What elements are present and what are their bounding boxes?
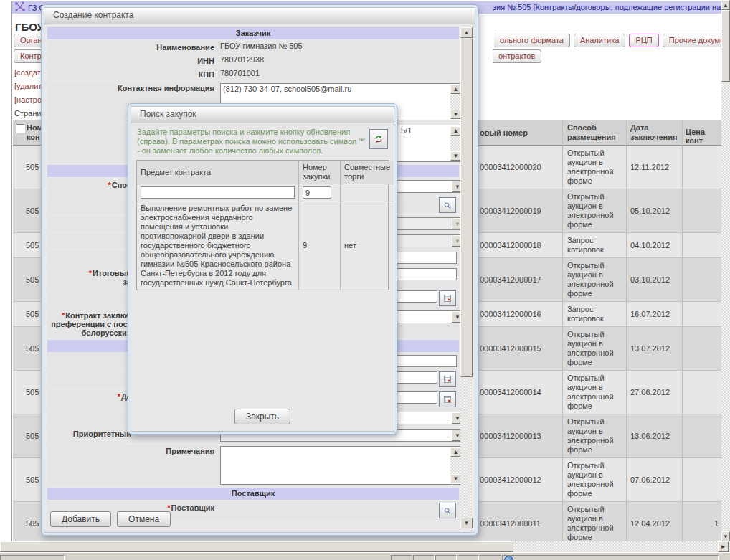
horizontal-scrollbar[interactable]: ► [0,541,730,552]
calendar-button[interactable] [439,290,456,306]
link-create[interactable]: [создат [14,68,41,77]
cell-date: 13.06.2012 [630,432,670,440]
tab-3[interactable]: Прочие документы [663,34,722,47]
search-results-table: Предмет контракта Номер закупки Совместн… [136,160,389,290]
search-col-number: Номер закупки [299,161,341,184]
cell-contract-number: 505 [26,241,39,250]
form-row: Примечания▲▼ [47,445,459,486]
cell-date: 07.06.2012 [630,475,670,484]
textarea-scroll-down[interactable]: ▼ [450,151,461,161]
status-box [435,555,457,560]
scroll-up-arrow[interactable]: ▲ [721,0,730,10]
cell-registry-number: 00003412000013 [480,432,541,440]
result-joint: нет [341,201,394,290]
search-button[interactable] [439,197,456,213]
cell-registry-number: 00003412000016 [480,310,541,318]
cell-registry-number: 00003412000020 [480,163,541,171]
dialog-title: Поиск закупок [131,107,394,123]
search-col-subject: Предмет контракта [137,161,299,184]
modal-scroll-up[interactable]: ▲ [460,27,473,38]
search-instruction-text: Задайте параметры поиска и нажмите кнопк… [137,128,365,155]
status-box [458,555,479,560]
cell-contract-number: 505 [26,344,39,353]
cell-method: Запрос котировок [567,233,627,257]
calendar-button[interactable] [439,391,456,407]
tab-2[interactable]: РЦП [629,34,658,47]
textarea-scroll-down[interactable]: ▼ [450,110,461,119]
result-subject[interactable]: Выполнение ремонтных работ по замене эле… [137,201,299,290]
search-button[interactable] [439,503,456,518]
hscroll-thumb[interactable] [0,541,513,552]
close-button[interactable]: Закрыть [234,409,290,424]
vertical-scrollbar[interactable]: ▲ ▼ [721,0,730,541]
field-label: Примечания [47,445,217,486]
refresh-button[interactable] [369,129,388,149]
filter-number-input[interactable] [303,186,331,199]
field-area: ▲▼ [217,445,459,486]
hscroll-right-arrow[interactable]: ► [718,541,729,552]
required-mark: * [62,311,65,320]
cell-contract-number: 505 [26,475,39,484]
cell-method: Открытый аукцион в электронной форме [567,146,627,189]
modal-scroll-down[interactable]: ▼ [460,518,473,528]
modal-scrollbar[interactable]: ▲ ▼ [460,27,473,528]
cell-registry-number: 00003412000015 [480,344,541,353]
cell-registry-number: 00003412000019 [480,207,541,215]
textarea-scroll-down[interactable]: ▼ [450,474,461,483]
select-all-checkbox[interactable] [16,124,25,133]
cell-registry-number: 00003412000017 [480,275,541,284]
tab-strip: ольного форматаАналитикаРЦППрочие докуме… [494,34,722,47]
form-row: ИНН7807012938 [47,54,459,67]
search-col-joint: Совместные торги [341,161,394,184]
col-method: Способ размещения [567,123,627,142]
cell-method: Открытый аукцион в электронной форме [567,258,627,301]
scroll-down-arrow[interactable]: ▼ [721,531,730,541]
textarea-scroll-up[interactable]: ▲ [450,126,461,136]
link-settings[interactable]: [настро [14,95,42,104]
field-value: ГБОУ гимназия № 505 [217,41,459,53]
cell-contract-number: 505 [26,432,39,440]
globe-icon [504,556,513,560]
status-box [413,555,435,560]
field-value: 7807012938 [217,54,459,67]
cell-method: Открытый аукцион в электронной форме [567,502,627,545]
textarea-scroll-up[interactable]: ▲ [450,447,461,457]
tab-contracts-registry[interactable]: онтрактов [493,49,541,63]
tab-0[interactable]: ольного формата [494,34,570,47]
required-mark: * [118,392,120,401]
cell-contract-number: 505 [26,388,39,397]
cell-contract-number: 505 [26,163,39,171]
app-title-right: зия № 505 [Контракты/договоры, подлежащи… [493,3,721,11]
col-registry: овый номер [480,128,528,137]
purchase-search-dialog: Поиск закупок Задайте параметры поиска и… [128,103,397,435]
tab-1[interactable]: Аналитика [574,34,625,47]
cell-registry-number: 00003412000011 [480,519,541,528]
cell-registry-number: 00003412000014 [480,388,541,397]
status-box [480,555,501,560]
cell-contract-number: 505 [26,519,39,528]
link-delete[interactable]: [удалит [14,82,42,90]
field-label: ИНН [47,54,217,67]
filter-subject-input[interactable] [141,186,295,199]
textarea-field[interactable]: ▲▼ [220,446,463,485]
cancel-button[interactable]: Отмена [117,511,171,527]
col-price: Цена конт [686,128,721,145]
form-row: НаименованиеГБОУ гимназия № 505 [47,41,459,53]
section-band: Поставщик [47,488,459,500]
result-number: 9 [299,201,341,290]
app-logo-icon [14,1,25,14]
field-value: 780701001 [217,68,459,80]
textarea-scroll-up[interactable]: ▲ [450,85,461,94]
column-divider [562,120,563,552]
status-box [391,555,412,560]
cell-date: 12.04.2012 [630,519,670,528]
modal-scroll-thumb[interactable] [460,39,473,377]
form-row: КПП780701001 [47,68,459,80]
add-button[interactable]: Добавить [50,511,111,527]
cell-contract-number: 505 [26,310,39,318]
scroll-thumb[interactable] [721,10,730,82]
field-label: КПП [47,68,217,80]
column-divider [626,120,627,552]
required-mark: * [89,269,92,277]
calendar-button[interactable] [439,371,456,387]
